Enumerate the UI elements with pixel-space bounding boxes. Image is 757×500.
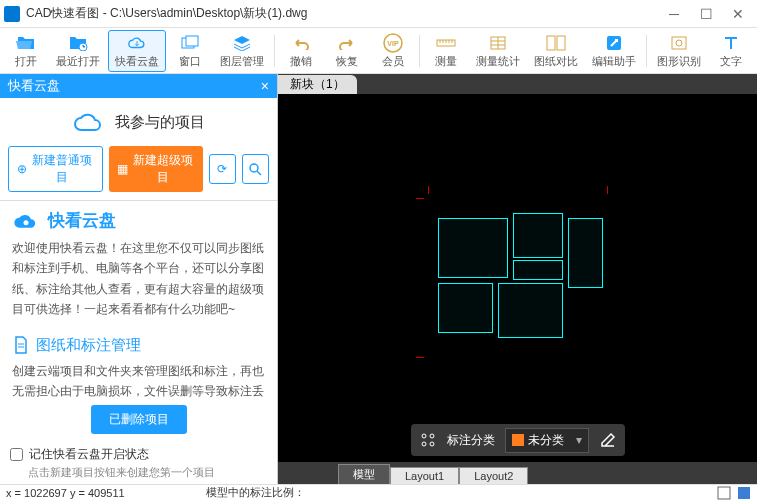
undo-button[interactable]: 撤销: [279, 30, 323, 72]
svg-rect-19: [738, 487, 750, 499]
recognize-icon: [669, 33, 689, 53]
section2-text: 创建云端项目和文件夹来管理图纸和标注，再也无需担心由于电脑损坏，文件误删等导致标…: [12, 361, 265, 399]
stats-button[interactable]: 测量统计: [470, 30, 526, 72]
cloud-button[interactable]: 快看云盘: [108, 30, 166, 72]
window-controls: ─ ☐ ✕: [667, 7, 753, 21]
sidebar-close-button[interactable]: ×: [261, 78, 269, 94]
sidebar-title: 快看云盘: [8, 77, 60, 95]
document-icon: [12, 336, 30, 354]
stats-icon: [488, 33, 508, 53]
scale-label: 模型中的标注比例：: [206, 485, 717, 500]
svg-rect-7: [547, 36, 555, 50]
text-icon: [721, 33, 741, 53]
measure-button[interactable]: 测量: [424, 30, 468, 72]
grid-icon[interactable]: [419, 431, 437, 449]
separator: [274, 35, 275, 67]
remember-checkbox[interactable]: [10, 448, 23, 461]
status-icon-1[interactable]: [717, 486, 731, 500]
layers-button[interactable]: 图层管理: [214, 30, 270, 72]
layout-tab-model[interactable]: 模型: [338, 464, 390, 484]
canvas-area: 新块（1） 标注分类 未分类 模型 Lay: [278, 74, 757, 484]
separator: [646, 35, 647, 67]
undo-icon: [291, 33, 311, 53]
svg-point-15: [430, 434, 434, 438]
svg-point-11: [676, 40, 682, 46]
canvas-tabs: 新块（1）: [278, 74, 757, 94]
cloud-gear-icon: [12, 211, 40, 231]
coordinates: x = 1022697 y = 409511: [6, 487, 206, 499]
recent-button[interactable]: 最近打开: [50, 30, 106, 72]
separator: [419, 35, 420, 67]
deleted-projects-button[interactable]: 已删除项目: [91, 405, 187, 434]
promo-section: 快看云盘 欢迎使用快看云盘！在这里您不仅可以同步图纸和标注到手机、电脑等各个平台…: [0, 201, 277, 328]
grid-icon: ▦: [117, 162, 128, 176]
maximize-button[interactable]: ☐: [699, 7, 713, 21]
plus-icon: ⊕: [17, 162, 27, 176]
layers-icon: [232, 33, 252, 53]
manage-section: 图纸和标注管理 创建云端项目和文件夹来管理图纸和标注，再也无需担心由于电脑损坏，…: [0, 328, 277, 399]
window-button[interactable]: 窗口: [168, 30, 212, 72]
svg-point-17: [430, 442, 434, 446]
vip-icon: VIP: [383, 33, 403, 53]
search-button[interactable]: [242, 154, 269, 184]
svg-rect-8: [557, 36, 565, 50]
status-icon-2[interactable]: [737, 486, 751, 500]
layout-tab-2[interactable]: Layout2: [459, 467, 528, 484]
edit-icon[interactable]: [599, 431, 617, 449]
compare-button[interactable]: 图纸对比: [528, 30, 584, 72]
minimize-button[interactable]: ─: [667, 7, 681, 21]
classify-select[interactable]: 未分类: [505, 428, 589, 453]
svg-point-16: [422, 442, 426, 446]
refresh-icon: ⟳: [217, 162, 227, 176]
projects-heading: 我参与的项目: [0, 98, 277, 146]
color-swatch: [512, 434, 524, 446]
layout-tabs: 模型 Layout1 Layout2: [278, 462, 757, 484]
edit-helper-icon: [604, 33, 624, 53]
classify-label: 标注分类: [447, 432, 495, 449]
main-toolbar: 打开 最近打开 快看云盘 窗口 图层管理 撤销 恢复 VIP 会员 测量 测量统…: [0, 28, 757, 74]
svg-point-13: [24, 220, 29, 225]
titlebar: CAD快速看图 - C:\Users\admin\Desktop\新块(1).d…: [0, 0, 757, 28]
new-super-project-button[interactable]: ▦新建超级项目: [109, 146, 203, 192]
recent-icon: [68, 33, 88, 53]
vip-button[interactable]: VIP 会员: [371, 30, 415, 72]
cloud-icon: [127, 33, 147, 53]
svg-point-14: [422, 434, 426, 438]
floorplan: [428, 198, 608, 358]
close-button[interactable]: ✕: [731, 7, 745, 21]
titlebar-text: CAD快速看图 - C:\Users\admin\Desktop\新块(1).d…: [26, 5, 667, 22]
sidebar-content: 快看云盘 欢迎使用快看云盘！在这里您不仅可以同步图纸和标注到手机、电脑等各个平台…: [0, 200, 277, 399]
app-icon: [4, 6, 20, 22]
svg-rect-2: [186, 36, 198, 46]
window-icon: [180, 33, 200, 53]
sidebar-panel: 快看云盘 × 我参与的项目 ⊕新建普通项目 ▦新建超级项目 ⟳ 快看云盘 欢迎使…: [0, 74, 278, 484]
edit-helper-button[interactable]: 编辑助手: [586, 30, 642, 72]
remember-label: 记住快看云盘开启状态: [29, 446, 149, 463]
refresh-button[interactable]: ⟳: [209, 154, 236, 184]
folder-open-icon: [16, 33, 36, 53]
search-icon: [248, 162, 262, 176]
compare-icon: [546, 33, 566, 53]
svg-text:VIP: VIP: [387, 40, 399, 47]
statusbar: x = 1022697 y = 409511 模型中的标注比例：: [0, 484, 757, 500]
layout-tab-1[interactable]: Layout1: [390, 467, 459, 484]
sidebar-header: 快看云盘 ×: [0, 74, 277, 98]
svg-rect-10: [672, 37, 686, 49]
new-normal-project-button[interactable]: ⊕新建普通项目: [8, 146, 103, 192]
redo-button[interactable]: 恢复: [325, 30, 369, 72]
redo-icon: [337, 33, 357, 53]
text-button[interactable]: 文字: [709, 30, 753, 72]
remember-checkbox-row: 记住快看云盘开启状态: [0, 440, 277, 465]
drawing-viewport[interactable]: [278, 94, 757, 462]
cloud-outline-icon: [73, 110, 105, 134]
svg-rect-18: [718, 487, 730, 499]
hint-text: 点击新建项目按钮来创建您第一个项目: [0, 465, 277, 484]
recognize-button[interactable]: 图形识别: [651, 30, 707, 72]
svg-point-12: [250, 164, 258, 172]
promo-text: 欢迎使用快看云盘！在这里您不仅可以同步图纸和标注到手机、电脑等各个平台，还可以分…: [12, 238, 265, 320]
open-button[interactable]: 打开: [4, 30, 48, 72]
measure-icon: [436, 33, 456, 53]
project-buttons-row: ⊕新建普通项目 ▦新建超级项目 ⟳: [0, 146, 277, 200]
canvas-tab-item[interactable]: 新块（1）: [278, 75, 357, 94]
classify-bar: 标注分类 未分类: [411, 424, 625, 456]
